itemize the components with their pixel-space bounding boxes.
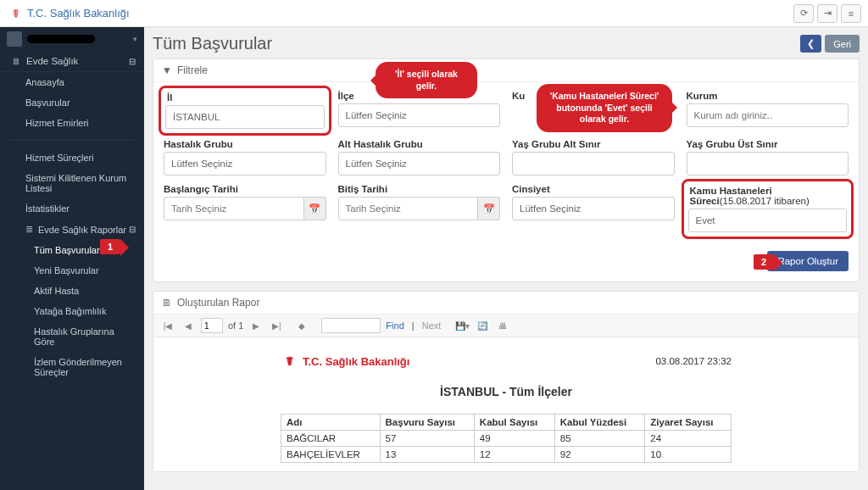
sidebar-item-tum-basvurular[interactable]: Tüm Başvurular 1: [0, 240, 144, 260]
last-page-button[interactable]: ▶|: [269, 318, 284, 333]
next-label[interactable]: Next: [422, 320, 442, 331]
filter-kamu-highlight: Kamu Hastaneleri Süreci(15.08.2017 itiba…: [682, 179, 854, 239]
report-title: İSTANBUL - Tüm İlçeler: [281, 385, 732, 398]
col-kabul-yuzdesi: Kabul Yüzdesi: [554, 415, 645, 431]
sidebar-item-hizmet-emirleri[interactable]: Hizmet Emirleri: [0, 113, 144, 133]
col-basvuru: Başvuru Sayısı: [380, 415, 474, 431]
report-brand-icon: ☤: [281, 353, 298, 370]
annotation-badge-2: 2: [754, 254, 774, 270]
calendar-icon[interactable]: 📅: [304, 197, 326, 220]
input-bitis[interactable]: [338, 197, 479, 220]
page-header: Tüm Başvurular ❮ Geri: [153, 34, 860, 53]
user-name-redacted: [27, 35, 95, 43]
export-button[interactable]: 💾▾: [454, 318, 470, 333]
select-il[interactable]: İSTANBUL: [165, 105, 325, 129]
filter-header-label: Filtrele: [177, 64, 208, 76]
print-button[interactable]: 🖶: [495, 318, 510, 333]
table-row: BAHÇELİEVLER 13 12 92 10: [281, 447, 732, 463]
label-alt-hastalik: Alt Hastalık Grubu: [338, 139, 501, 149]
table-row: BAĞCILAR 57 49 85 24: [281, 431, 732, 447]
sidebar-item-aktif-hasta[interactable]: Aktif Hasta: [0, 281, 144, 301]
prev-page-button[interactable]: ◀: [181, 318, 196, 333]
sidebar-item-sistemi-kitlenen[interactable]: Sistemi Kilitlenen Kurum Listesi: [0, 168, 144, 198]
collapse-icon: ⊟: [129, 225, 136, 234]
document-icon: 🗎: [162, 297, 172, 309]
brand-logo-icon: ☤: [7, 5, 24, 22]
sidebar: ▾ 🗎 Evde Sağlık ⊟ Anasayfa Başvurular Hi…: [0, 27, 144, 490]
find-label[interactable]: Find: [386, 320, 403, 331]
col-adi: Adı: [281, 415, 381, 431]
select-hastalik[interactable]: Lütfen Seçiniz: [164, 152, 326, 175]
topbar: ☤ T.C. Sağlık Bakanlığı ⟳ ⇥ ≡: [0, 0, 868, 27]
list-icon: ≣: [25, 224, 33, 235]
label-il: İl: [167, 92, 326, 103]
label-yas-alt: Yaş Grubu Alt Sınır: [512, 139, 675, 149]
report-body: ☤ T.C. Sağlık Bakanlığı 03.08.2017 23:32…: [153, 337, 859, 471]
label-kamu: Kamu Hastaneleri Süreci(15.08.2017 itiba…: [690, 186, 849, 206]
label-baslangic: Başlangıç Tarihi: [164, 184, 326, 194]
select-alt-hastalik[interactable]: Lütfen Seçiniz: [338, 152, 501, 175]
user-avatar: [7, 31, 22, 47]
find-input[interactable]: [321, 318, 381, 333]
input-yas-ust[interactable]: [687, 152, 849, 175]
sidebar-item-yataga[interactable]: Yatağa Bağımlılık: [0, 301, 144, 321]
filter-panel: ▼ Filtrele 'İl' seçili olarak gelir. 'Ka…: [153, 58, 860, 282]
filter-il-highlight: İl İSTANBUL: [159, 86, 331, 136]
label-cinsiyet: Cinsiyet: [512, 184, 675, 194]
annotation-callout-il: 'İl' seçili olarak gelir.: [376, 62, 477, 98]
report-table: Adı Başvuru Sayısı Kabul Sayısı Kabul Yü…: [281, 414, 732, 463]
annotation-badge-1: 1: [100, 239, 120, 254]
sidebar-item-istatistikler[interactable]: İstatistikler: [0, 198, 144, 219]
report-toolbar: |◀ ◀ of 1 ▶ ▶| ◆ Find | Next 💾▾ 🔄 🖶: [153, 315, 859, 337]
page-number-input[interactable]: [201, 318, 223, 333]
main-content: Tüm Başvurular ❮ Geri ▼ Filtrele 'İl' se…: [144, 27, 868, 490]
select-kamu[interactable]: Evet: [688, 209, 848, 232]
label-kurum: Kurum: [687, 91, 849, 101]
clipboard-icon: 🗎: [12, 56, 21, 66]
page-title: Tüm Başvurular: [153, 34, 272, 53]
sidebar-item-anasayfa[interactable]: Anasayfa: [0, 72, 144, 92]
page-total-label: of 1: [228, 320, 243, 331]
filter-icon: ▼: [162, 64, 172, 76]
back-arrow-button[interactable]: ❮: [800, 35, 821, 53]
sidebar-item-hizmet-surecleri[interactable]: Hizmet Süreçleri: [0, 148, 144, 168]
sidebar-section-label: Evde Sağlık: [26, 56, 78, 66]
refresh-report-button[interactable]: 🔄: [475, 318, 490, 333]
collapse-icon: ⊟: [129, 57, 136, 66]
refresh-button[interactable]: ⟳: [793, 4, 814, 23]
menu-button[interactable]: ≡: [841, 4, 861, 23]
logout-button[interactable]: ⇥: [817, 4, 837, 23]
brand-text: T.C. Sağlık Bakanlığı: [27, 7, 130, 19]
calendar-icon[interactable]: 📅: [478, 197, 500, 220]
input-kurum[interactable]: [687, 103, 849, 127]
back-button[interactable]: Geri: [825, 35, 860, 53]
sidebar-item-yeni-basvurular[interactable]: Yeni Başvurular: [0, 260, 144, 281]
user-caret-icon: ▾: [133, 35, 137, 43]
filter-panel-header: ▼ Filtrele: [153, 59, 859, 82]
report-panel: 🗎 Oluşturulan Rapor |◀ ◀ of 1 ▶ ▶| ◆ Fin…: [153, 291, 860, 472]
sidebar-item-raporlar[interactable]: ≣ Evde Sağlık Raporlar ⊟: [0, 219, 144, 240]
report-panel-header: 🗎 Oluşturulan Rapor: [153, 292, 859, 315]
select-cinsiyet[interactable]: Lütfen Seçiniz: [512, 197, 675, 220]
sidebar-item-izlem[interactable]: İzlem Gönderilmeyen Süreçler: [0, 352, 144, 382]
first-page-button[interactable]: |◀: [160, 318, 175, 333]
input-yas-alt[interactable]: [512, 152, 675, 175]
report-date: 03.08.2017 23:32: [655, 356, 732, 366]
label-hastalik: Hastalık Grubu: [164, 139, 326, 149]
sidebar-item-basvurular[interactable]: Başvurular: [0, 92, 144, 113]
select-ilce[interactable]: Lütfen Seçiniz: [338, 103, 501, 127]
report-brand: ☤ T.C. Sağlık Bakanlığı: [281, 353, 409, 370]
label-bitis: Bitiş Tarihi: [338, 184, 501, 194]
user-row[interactable]: ▾: [0, 27, 144, 51]
input-baslangic[interactable]: [164, 197, 304, 220]
report-panel-title: Oluşturulan Rapor: [177, 297, 259, 309]
col-ziyaret: Ziyaret Sayısı: [645, 415, 732, 431]
annotation-callout-kamu: 'Kamu Hastaneleri Süreci' butonunda 'Eve…: [537, 84, 672, 132]
sidebar-item-hastalik-grup[interactable]: Hastalık Gruplarına Göre: [0, 321, 144, 352]
next-page-button[interactable]: ▶: [248, 318, 264, 333]
col-kabul-sayisi: Kabul Sayısı: [474, 415, 554, 431]
back-parent-button[interactable]: ◆: [294, 318, 309, 333]
label-yas-ust: Yaş Grubu Üst Sınır: [687, 139, 849, 149]
sidebar-section-evde-saglik[interactable]: 🗎 Evde Sağlık ⊟: [0, 51, 144, 72]
